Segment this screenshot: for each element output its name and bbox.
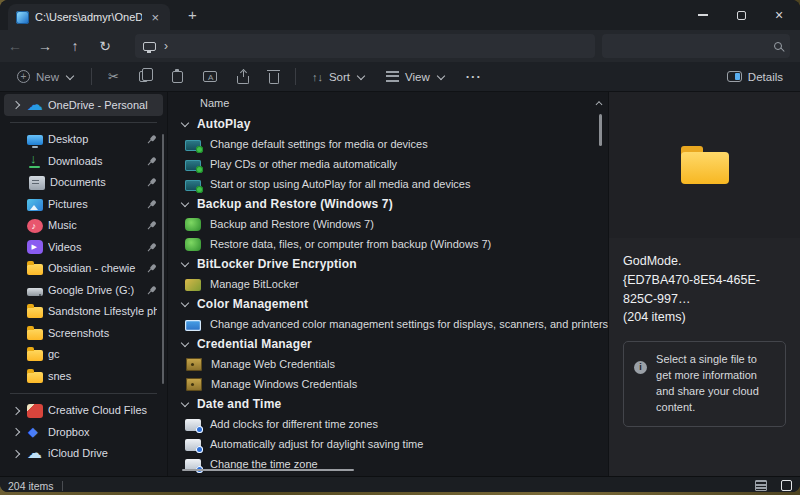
chevron-right-icon[interactable] [12, 405, 22, 415]
scroll-up-icon[interactable] [595, 99, 603, 107]
pin-icon[interactable] [143, 238, 160, 255]
close-button[interactable]: × [760, 0, 798, 30]
chevron-down-icon[interactable] [180, 259, 190, 269]
scrollbar-thumb[interactable] [599, 114, 602, 146]
documents-icon [29, 176, 45, 190]
refresh-icon[interactable]: ↻ [90, 38, 120, 54]
address-bar[interactable]: › [135, 34, 595, 58]
sidebar-item-google-drive-g[interactable]: Google Drive (G:) [4, 279, 163, 301]
sidebar-item-dropbox[interactable]: Dropbox [4, 421, 163, 443]
pin-icon[interactable] [143, 195, 160, 212]
more-options-button[interactable]: ··· [457, 64, 491, 90]
list-item[interactable]: Play CDs or other media automatically [168, 154, 608, 174]
share-button[interactable] [228, 64, 258, 90]
pin-icon[interactable] [143, 260, 160, 277]
list-horizontal-scrollbar[interactable] [182, 469, 354, 472]
group-header-autoplay[interactable]: AutoPlay [168, 114, 608, 134]
up-icon[interactable]: ↑ [60, 38, 90, 54]
sidebar-item-snes[interactable]: snes [4, 365, 163, 387]
pin-icon[interactable] [143, 281, 160, 298]
chevron-down-icon[interactable] [180, 119, 190, 129]
delete-button[interactable] [260, 64, 288, 90]
sidebar-item-obsidian-chewie[interactable]: Obsidian - chewie [4, 258, 163, 280]
group-header-credential-manager[interactable]: Credential Manager [168, 334, 608, 354]
sidebar-item-documents[interactable]: Documents [4, 172, 163, 194]
group-header-backup-and-restore-windows-7[interactable]: Backup and Restore (Windows 7) [168, 194, 608, 214]
sidebar-item-music[interactable]: Music [4, 215, 163, 237]
search-input[interactable] [610, 40, 774, 52]
sidebar-item-videos[interactable]: Videos [4, 236, 163, 258]
maximize-button[interactable] [722, 0, 760, 30]
list-item[interactable]: Backup and Restore (Windows 7) [168, 214, 608, 234]
chevron-right-icon[interactable] [12, 448, 22, 458]
list-item[interactable]: Manage BitLocker [168, 274, 608, 294]
chevron-right-icon[interactable] [12, 427, 22, 437]
sidebar-item-label: Google Drive (G:) [48, 284, 140, 296]
list-item[interactable]: Change the time zone [168, 454, 608, 474]
copy-button[interactable] [130, 64, 161, 90]
sidebar-item-sandstone-lifestyle-photos[interactable]: Sandstone Lifestyle photos [4, 301, 163, 323]
chevron-down-icon[interactable] [180, 299, 190, 309]
tab-bar: C:\Users\admyr\OneDrive\Des × + × [0, 0, 800, 30]
sidebar-item-icloud-drive[interactable]: iCloud Drive [4, 443, 163, 465]
new-button[interactable]: + New [8, 64, 84, 90]
new-plus-icon: + [17, 70, 30, 83]
chevron-down-icon[interactable] [180, 339, 190, 349]
info-box: i Select a single file to get more infor… [623, 341, 786, 427]
list-item[interactable]: Change advanced color management setting… [168, 314, 608, 334]
paste-button[interactable] [163, 64, 192, 90]
column-header-name[interactable]: Name [168, 92, 608, 114]
list-item[interactable]: Manage Web Credentials [168, 354, 608, 374]
view-button[interactable]: View [377, 64, 455, 90]
sidebar-item-screenshots[interactable]: Screenshots [4, 322, 163, 344]
list-item[interactable]: Change default settings for media or dev… [168, 134, 608, 154]
details-pane-button[interactable]: Details [718, 64, 792, 90]
minimize-icon [698, 14, 708, 15]
list-item[interactable]: Automatically adjust for daylight saving… [168, 434, 608, 454]
cut-button[interactable]: ✂ [99, 64, 128, 90]
chevron-right-icon[interactable] [12, 100, 22, 110]
sidebar-item-creative-cloud-files[interactable]: Creative Cloud Files [4, 400, 163, 422]
sidebar-item-pictures[interactable]: Pictures [4, 193, 163, 215]
chevron-down-icon[interactable] [180, 399, 190, 409]
sidebar-item-onedrive-personal[interactable]: OneDrive - Personal [4, 94, 163, 116]
list-item[interactable]: Restore data, files, or computer from ba… [168, 234, 608, 254]
sidebar-item-desktop[interactable]: Desktop [4, 129, 163, 151]
list-item[interactable]: Add clocks for different time zones [168, 414, 608, 434]
chevron-down-icon [356, 72, 366, 82]
rename-button[interactable] [194, 64, 226, 90]
toolbar-divider [91, 68, 92, 85]
forward-icon[interactable]: → [30, 38, 60, 54]
sidebar-item-label: Pictures [48, 198, 140, 210]
sort-button[interactable]: ↑↓ Sort [303, 64, 375, 90]
group-header-date-and-time[interactable]: Date and Time [168, 394, 608, 414]
pin-icon[interactable] [143, 131, 160, 148]
details-label: Details [748, 71, 783, 83]
list-item[interactable]: Manage Windows Credentials [168, 374, 608, 394]
group-header-bitlocker-drive-encryption[interactable]: BitLocker Drive Encryption [168, 254, 608, 274]
minimize-button[interactable] [684, 0, 722, 30]
search-box[interactable] [602, 34, 790, 58]
list-vertical-scrollbar[interactable] [594, 94, 606, 146]
sidebar-scrollbar[interactable] [162, 134, 165, 384]
new-tab-button[interactable]: + [182, 6, 203, 23]
breadcrumb-chevron-icon[interactable]: › [164, 39, 168, 53]
chevron-down-icon[interactable] [180, 199, 190, 209]
large-icons-view-toggle-icon[interactable] [781, 480, 792, 491]
sidebar-item-downloads[interactable]: Downloads [4, 150, 163, 172]
tab-close-icon[interactable]: × [148, 10, 162, 25]
tab-title: C:\Users\admyr\OneDrive\Des [35, 11, 142, 23]
pin-icon[interactable] [143, 217, 160, 234]
sidebar-item-label: gc [48, 348, 157, 360]
pin-icon[interactable] [143, 174, 160, 191]
group-header-color-management[interactable]: Color Management [168, 294, 608, 314]
pin-icon[interactable] [143, 152, 160, 169]
details-view-toggle-icon[interactable] [755, 480, 767, 491]
sidebar-item-gc[interactable]: gc [4, 344, 163, 366]
back-icon[interactable]: ← [0, 38, 30, 54]
file-list: Name AutoPlayChange default settings for… [168, 92, 608, 476]
sidebar-divider [10, 122, 157, 123]
list-item[interactable]: Start or stop using AutoPlay for all med… [168, 174, 608, 194]
rename-icon [203, 71, 217, 82]
tab-current[interactable]: C:\Users\admyr\OneDrive\Des × [8, 4, 170, 30]
